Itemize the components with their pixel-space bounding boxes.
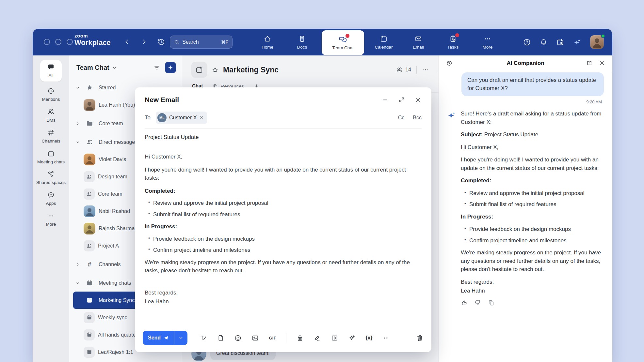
avatar[interactable] xyxy=(590,35,604,49)
email-completed-heading: Completed: xyxy=(145,187,422,195)
close-icon[interactable] xyxy=(415,97,422,103)
rail-item-dms[interactable]: DMs xyxy=(35,108,67,123)
email-body-editor[interactable]: Hi Customer X, I hope you're doing well!… xyxy=(145,146,422,306)
bcc-button[interactable]: Bcc xyxy=(413,115,422,121)
format-text-icon[interactable] xyxy=(199,334,207,342)
copy-icon[interactable] xyxy=(488,299,494,306)
rail-item-shared-spaces[interactable]: Shared spaces xyxy=(35,170,67,186)
home-icon xyxy=(264,35,271,43)
rail-label: More xyxy=(46,222,56,227)
toolbar-more-icon[interactable] xyxy=(382,334,390,342)
email-icon xyxy=(414,35,422,43)
emoji-icon[interactable] xyxy=(234,334,242,342)
calendar-date-icon[interactable] xyxy=(556,38,564,46)
logo-zoom: zoom xyxy=(74,33,111,39)
minimize-icon[interactable] xyxy=(382,97,389,103)
recipient-name: Customer X xyxy=(169,115,197,121)
email-inprogress-list: Provide feedback on the design mockups C… xyxy=(145,235,422,254)
rail-item-more[interactable]: More xyxy=(35,212,67,227)
send-button[interactable]: Send xyxy=(143,331,174,345)
send-options-button[interactable] xyxy=(174,331,187,345)
signature-icon[interactable] xyxy=(314,334,321,342)
ai-history-icon[interactable] xyxy=(446,60,453,67)
cc-button[interactable]: Cc xyxy=(398,115,405,121)
rail-item-channels[interactable]: Channels xyxy=(35,129,67,144)
nav-item-calendar[interactable]: Calendar xyxy=(369,29,399,55)
nav-item-more[interactable]: More xyxy=(473,29,503,55)
chevron-down-icon[interactable] xyxy=(75,281,80,285)
nav-item-email[interactable]: Email xyxy=(403,29,433,55)
ai-companion-icon[interactable] xyxy=(573,38,582,47)
remove-recipient-icon[interactable] xyxy=(199,115,204,120)
ai-response: Sure! Here's a draft email asking for a … xyxy=(461,110,604,306)
page-title: Marketing Sync xyxy=(223,66,279,74)
folder-icon xyxy=(84,120,95,127)
channel-more-icon[interactable] xyxy=(422,66,429,73)
email-intro: I hope you're doing well! I wanted to pr… xyxy=(145,166,422,182)
recipient-chip[interactable]: ML Customer X xyxy=(156,112,207,124)
nav-item-team-chat[interactable]: Team Chat xyxy=(322,30,364,55)
subject-field[interactable]: Project Status Update xyxy=(145,129,422,146)
variables-icon[interactable]: {x} xyxy=(365,335,372,341)
members-icon xyxy=(396,66,403,73)
rail-item-all[interactable]: All xyxy=(40,60,62,82)
window-controls[interactable] xyxy=(44,39,73,45)
ai-close-icon[interactable] xyxy=(599,60,605,66)
ai-completed-list: Review and approve the initial project p… xyxy=(461,189,604,209)
image-icon[interactable] xyxy=(251,334,259,342)
chevron-down-icon[interactable] xyxy=(75,140,80,144)
chevron-right-icon[interactable] xyxy=(75,263,80,266)
expand-icon[interactable] xyxy=(398,97,405,103)
forward-icon[interactable] xyxy=(140,38,148,45)
chat-row-label: Violet Davis xyxy=(99,157,126,162)
chevron-right-icon[interactable] xyxy=(75,122,80,126)
encrypt-icon[interactable] xyxy=(296,334,304,342)
nav-item-label: Team Chat xyxy=(332,45,353,50)
ai-response-signoff: Best regards, xyxy=(461,278,604,286)
nav-item-home[interactable]: Home xyxy=(252,29,282,55)
apps-icon xyxy=(47,191,55,199)
discard-draft-icon[interactable] xyxy=(416,334,424,342)
open-in-new-icon[interactable] xyxy=(586,60,592,66)
back-icon[interactable] xyxy=(123,38,131,45)
chat-row-label: Marketing Sync xyxy=(99,297,135,303)
template-icon[interactable] xyxy=(331,334,338,342)
favorite-star-icon[interactable] xyxy=(212,67,218,73)
filter-icon[interactable] xyxy=(153,64,160,71)
nav-utilities xyxy=(523,29,604,55)
thumbs-up-icon[interactable] xyxy=(461,299,468,306)
meeting-calendar-icon xyxy=(84,279,95,287)
toolbar-divider xyxy=(286,333,286,342)
ai-response-closing: We're making steady progress on the proj… xyxy=(461,249,604,274)
divider xyxy=(416,66,417,74)
gif-icon[interactable]: GIF xyxy=(269,336,276,340)
thumbs-down-icon[interactable] xyxy=(474,299,481,306)
chevron-down-icon[interactable] xyxy=(75,86,80,90)
notifications-icon[interactable] xyxy=(539,38,548,46)
rail-item-apps[interactable]: Apps xyxy=(35,191,67,206)
member-count[interactable]: 14 xyxy=(396,66,411,73)
nav-item-docs[interactable]: Docs xyxy=(287,29,317,55)
help-icon[interactable] xyxy=(523,38,531,46)
ai-compose-icon[interactable] xyxy=(348,334,356,342)
ai-response-inprogress-heading: In Progress: xyxy=(461,213,604,221)
panel-title: Team Chat xyxy=(76,64,109,71)
nav-item-tasks[interactable]: Tasks xyxy=(438,29,468,55)
tasks-icon xyxy=(449,35,457,43)
team-chat-icon xyxy=(339,35,347,44)
all-chats-icon xyxy=(47,63,55,71)
channels-icon xyxy=(47,129,55,137)
ai-conversation[interactable]: Can you draft an email that provides a s… xyxy=(439,71,612,362)
chat-row-label: Rajesh Sharma xyxy=(99,226,135,232)
history-icon[interactable] xyxy=(157,38,166,46)
rail-item-meeting-chats[interactable]: Meeting chats xyxy=(35,150,67,165)
search-input[interactable]: Search ⌘F xyxy=(170,36,233,49)
attach-file-icon[interactable] xyxy=(217,334,224,342)
rail-item-mentions[interactable]: Mentions xyxy=(35,87,67,102)
panel-title-dropdown[interactable]: Team Chat xyxy=(76,64,117,71)
search-icon xyxy=(174,39,180,45)
new-chat-button[interactable] xyxy=(165,62,176,73)
chat-row-label: Core team xyxy=(98,191,122,197)
search-shortcut: ⌘F xyxy=(221,39,228,45)
meeting-calendar-icon xyxy=(84,312,95,323)
